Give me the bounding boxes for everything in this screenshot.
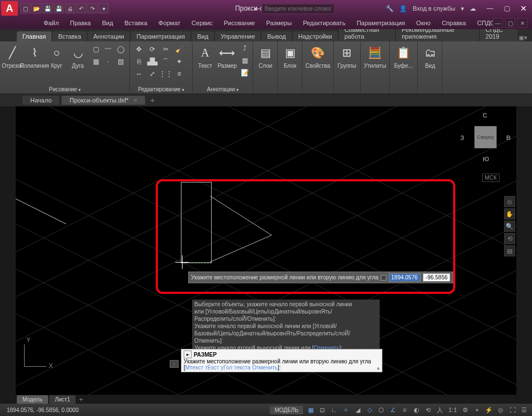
file-tab-close-icon[interactable]: × (134, 97, 137, 104)
file-tab-add-button[interactable]: + (147, 95, 157, 105)
trim-icon[interactable]: ✂ (160, 44, 171, 55)
menu-edit[interactable]: Правка (66, 18, 95, 27)
menu-modify[interactable]: Редактировать (298, 18, 350, 27)
polyline-button[interactable]: ⌇ Полилиния (24, 43, 45, 70)
viewcube-south[interactable]: Ю (483, 156, 489, 162)
erase-icon[interactable]: 🧹 (174, 44, 185, 55)
table-icon[interactable]: ▦ (239, 55, 250, 66)
menu-window[interactable]: Окно (412, 18, 435, 27)
dynamic-y-input[interactable]: -96.5856 (423, 273, 450, 282)
workspace-icon[interactable]: ⚙ (460, 405, 471, 415)
groups-button[interactable]: ⊞ Группы (336, 43, 358, 70)
leader-icon[interactable]: ⤴ (239, 43, 250, 54)
viewcube-east[interactable]: В (506, 134, 511, 141)
mirror-icon[interactable]: ▟▙ (147, 56, 158, 67)
text-button[interactable]: A Текст (195, 43, 215, 70)
tab-manage[interactable]: Управление (215, 31, 260, 41)
cmd-dropdown-icon[interactable]: ▴ (377, 364, 380, 371)
maximize-button[interactable]: ▢ (498, 1, 515, 16)
status-model-button[interactable]: МОДЕЛЬ (270, 406, 302, 414)
mtext-icon[interactable]: 📝 (239, 67, 250, 78)
arc-button[interactable]: ◡ Дуга (68, 43, 88, 70)
qat-plot-icon[interactable]: 🖨 (65, 3, 75, 13)
transparency-toggle-icon[interactable]: ◐ (411, 405, 422, 415)
tab-annotate[interactable]: Аннотации (88, 31, 130, 41)
command-line[interactable]: ▸ РАЗМЕР Укажите местоположение размерно… (181, 349, 382, 372)
qat-redo-icon[interactable]: ↷ (87, 3, 97, 13)
nav-orbit-icon[interactable]: ⟲ (504, 233, 515, 244)
3dosnap-toggle-icon[interactable]: ⬡ (376, 405, 387, 415)
utilities-button[interactable]: 🧮 Утилиты (363, 43, 387, 70)
tab-home[interactable]: Главная (17, 31, 52, 41)
grid-toggle-icon[interactable]: ▦ (305, 405, 316, 415)
tab-addins[interactable]: Надстройки (293, 31, 338, 41)
tab-insert[interactable]: Вставка (53, 31, 87, 41)
circle-button[interactable]: ○ Круг (46, 43, 67, 70)
doc-restore-button[interactable]: ▢ (505, 18, 515, 28)
panel-annotation-title[interactable]: Аннотации▾ (193, 86, 253, 92)
exchange-icon[interactable]: ☁ (470, 5, 476, 12)
hardware-accel-icon[interactable]: ⚡ (483, 405, 494, 415)
explode-icon[interactable]: ✦ (174, 56, 185, 67)
tab-view[interactable]: Вид (192, 31, 214, 41)
login-label[interactable]: Вход в службы (413, 5, 455, 12)
drawing-canvas[interactable]: С З В Ю Сверху МСК ◎ ✋ 🔍 ⟲ ▤ Укажите мес… (16, 106, 516, 395)
cmd-opt-angle[interactable]: уГол текста (221, 364, 250, 371)
annoscale-icon[interactable]: 人 (435, 405, 446, 415)
panel-modify-title[interactable]: Редактирование▾ (130, 86, 192, 92)
qat-saveas-icon[interactable]: 💾 (54, 3, 64, 13)
rotate-icon[interactable]: ⟳ (147, 44, 158, 55)
point-icon[interactable]: · (102, 56, 114, 67)
rect-icon[interactable]: ▢ (90, 44, 101, 55)
tab-parametric[interactable]: Параметризация (131, 31, 190, 41)
viewcube-top-face[interactable]: Сверху (474, 126, 497, 148)
move-icon[interactable]: ✥ (133, 44, 144, 55)
cmd-opt-text[interactable]: тЕкст (205, 364, 219, 371)
file-tab-current[interactable]: Прокси-объекты.dxf* × (62, 96, 145, 105)
isodraft-toggle-icon[interactable]: ◢ (352, 405, 363, 415)
layout-tab-add-button[interactable]: + (77, 396, 85, 404)
otrack-toggle-icon[interactable]: ∠ (388, 405, 399, 415)
file-tab-start[interactable]: Начало (22, 96, 59, 105)
doc-minimize-button[interactable]: — (493, 18, 503, 28)
menu-help[interactable]: Справка (437, 18, 470, 27)
qat-new-icon[interactable]: ▢ (20, 3, 30, 13)
customize-icon[interactable]: ☰ (519, 405, 530, 415)
cmd-opt-mtext[interactable]: Мтекст (185, 364, 203, 371)
layers-button[interactable]: ▤ Слои (255, 43, 276, 70)
nav-showmotion-icon[interactable]: ▤ (504, 245, 515, 256)
doc-close-button[interactable]: ✕ (517, 18, 528, 28)
annotation-monitor-icon[interactable]: + (472, 405, 483, 415)
block-button[interactable]: ▣ Блок (280, 43, 300, 70)
scale-icon[interactable]: ⤢ (147, 68, 158, 80)
login-dropdown-icon[interactable]: ▾ (461, 5, 464, 12)
nav-wheel-icon[interactable]: ◎ (504, 196, 515, 207)
cmd-line-handle[interactable]: ⋮ (170, 360, 179, 368)
properties-button[interactable]: 🎨 Свойства (305, 43, 331, 70)
clipboard-button[interactable]: 📋 Буфе... (392, 43, 415, 70)
ribbon-collapse-icon[interactable]: ▣▾ (519, 34, 528, 41)
menu-insert[interactable]: Вставка (120, 18, 152, 27)
spline-icon[interactable]: 〰 (102, 44, 114, 55)
polar-toggle-icon[interactable]: ✧ (340, 405, 352, 415)
viewcube-north[interactable]: С (483, 112, 487, 119)
menu-dimension[interactable]: Размеры (262, 18, 296, 27)
ellipse-icon[interactable]: ◯ (115, 44, 126, 55)
stretch-icon[interactable]: ↔ (133, 68, 144, 80)
menu-view[interactable]: Вид (97, 18, 118, 27)
isolate-icon[interactable]: ◎ (495, 405, 506, 415)
snap-toggle-icon[interactable]: ⊡ (317, 405, 328, 415)
menu-tools[interactable]: Сервис (187, 18, 217, 27)
status-coordinates[interactable]: 1894.0576, -96.5856, 0.0000 (2, 407, 83, 413)
hatch-icon[interactable]: ▦ (90, 56, 101, 67)
copy-icon[interactable]: ⎘ (133, 56, 144, 67)
clean-screen-icon[interactable]: ⛶ (507, 405, 518, 415)
array-icon[interactable]: ⋮⋮ (160, 68, 171, 80)
app-logo[interactable]: A (1, 1, 18, 16)
qat-save-icon[interactable]: 💾 (43, 3, 53, 13)
menu-format[interactable]: Формат (154, 18, 185, 27)
menu-file[interactable]: Файл (39, 18, 63, 27)
dynamic-x-input[interactable]: 1894.0576 (389, 273, 421, 282)
menu-draw[interactable]: Рисование (220, 18, 259, 27)
view-cube[interactable]: С З В Ю Сверху (460, 112, 511, 162)
